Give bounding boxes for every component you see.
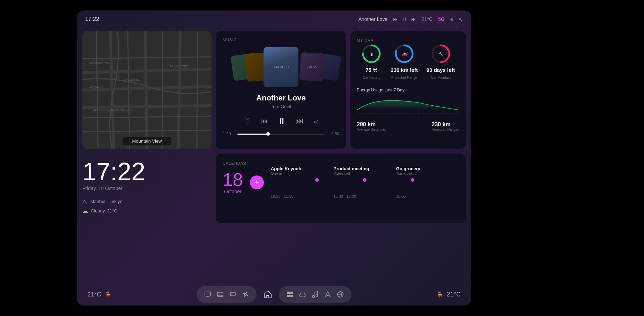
album-art-area: TOM ODELL PALEO	[223, 46, 339, 88]
globe-nav-icon[interactable]	[335, 289, 346, 300]
play-pause-button[interactable]: ⏸	[278, 116, 286, 126]
cal-times-row: 10.30 - 11.30 15.30 - 16.00 18.00	[271, 185, 459, 198]
content-area: Bayshore Fwy Googleplex CHARLESTON MEADO…	[77, 28, 471, 227]
svg-text:PALO VERDE: PALO VERDE	[170, 65, 190, 68]
weather-text: Cloudy, 21°C	[91, 208, 117, 213]
repeat-button[interactable]: ⇄	[313, 118, 318, 125]
music-nav-icon2[interactable]	[310, 289, 321, 300]
track-title: Another Love	[256, 93, 306, 103]
prev-track-button[interactable]: ⏮	[260, 116, 268, 126]
svg-text:Bayshore Fwy: Bayshore Fwy	[89, 61, 110, 65]
home-nav-button[interactable]	[259, 286, 276, 303]
total-time: 3:50	[328, 131, 339, 136]
nav-temp-left: 21°C	[87, 291, 101, 298]
next-button[interactable]: ⏭	[411, 16, 416, 22]
timeline-line-1	[271, 180, 315, 180]
next-track-button[interactable]: ⏭	[296, 116, 304, 126]
event-2-time-block: 15.30 - 16.00	[333, 185, 396, 198]
energy-title: Energy Usage Last 7 Days	[357, 88, 407, 92]
progress-fill	[237, 134, 268, 135]
timeline-dot-2	[363, 178, 367, 182]
range-value: 230 km left	[391, 67, 418, 73]
car-card: MY CAR 🔋 75 % Car Battery	[350, 31, 466, 149]
event-1-subtitle: Online	[271, 171, 333, 175]
screen1-nav-icon[interactable]	[202, 289, 213, 300]
event-2-time: 15.30 - 16.00	[333, 194, 396, 198]
svg-text:Googleplex: Googleplex	[124, 78, 140, 82]
track-artist: Tom Odell	[271, 104, 291, 109]
cal-events-row: Apple Keynote Online Product meeting Vid…	[271, 166, 459, 175]
battery-label: Car Battery	[363, 76, 380, 80]
favorite-button[interactable]: ♡	[244, 117, 251, 125]
svg-rect-48	[287, 292, 290, 294]
progress-dot	[266, 132, 270, 136]
timeline-row	[271, 178, 459, 182]
music-controls: ♡ ⏮ ⏸ ⏭ ⇄	[244, 116, 318, 126]
status-time: 17:22	[85, 16, 99, 22]
cal-date-block: 18 October	[223, 171, 243, 194]
range-stat: 🚗 230 km left Projected Range	[391, 43, 418, 80]
map-card: Bayshore Fwy Googleplex CHARLESTON MEADO…	[82, 31, 212, 149]
car-stats-row: 🔋 75 % Car Battery 🚗	[357, 43, 459, 80]
event-1-time-block: 10.30 - 11.30	[271, 185, 333, 198]
pause-button[interactable]: ⏸	[402, 16, 407, 22]
now-playing-title: Another Love	[358, 16, 387, 22]
battery-stat: 🔋 75 % Car Battery	[361, 43, 382, 80]
cal-events: Apple Keynote Online Product meeting Vid…	[271, 166, 459, 198]
svg-rect-43	[217, 292, 223, 296]
event-3-time: 18.00	[396, 194, 459, 198]
nav-right: 🪑 21°C	[436, 291, 461, 298]
svg-text:CHARLESTON MEADOWS: CHARLESTON MEADOWS	[93, 108, 132, 112]
cloud-icon: ☁	[82, 208, 88, 214]
navigate-nav-icon[interactable]	[322, 289, 333, 300]
event-2-title: Product meeting	[333, 166, 396, 171]
event-3-subtitle: Tomatoes...	[396, 171, 459, 175]
nav-group-left	[197, 286, 257, 303]
nav-left: 21°C 🪑	[87, 291, 112, 298]
avg-distance-label: Average Distances	[357, 128, 386, 131]
grid-nav-icon[interactable]	[284, 289, 296, 300]
bluetooth-icon: ⎈	[450, 16, 453, 22]
map-svg: Bayshore Fwy Googleplex CHARLESTON MEADO…	[82, 31, 212, 149]
screen2-nav-icon[interactable]	[215, 289, 226, 300]
svg-rect-49	[290, 292, 293, 294]
timeline-dot-1	[315, 178, 319, 182]
music-section-label: MUSIC	[223, 38, 237, 42]
battery-gauge: 🔋	[361, 43, 382, 64]
event-2-subtitle: Video call	[333, 171, 396, 175]
location-item: △ Istanbul, Turkiye	[82, 198, 212, 205]
progress-bar[interactable]	[237, 134, 325, 135]
progress-row: 1:20 3:50	[223, 131, 339, 136]
svg-point-53	[304, 296, 305, 297]
weather-info: △ Istanbul, Turkiye ☁ Cloudy, 21°C	[82, 198, 212, 214]
seat-icon[interactable]: 🪑	[105, 291, 112, 298]
clock-date: Friday, 18 October	[82, 186, 212, 191]
bottom-nav: 21°C 🪑	[77, 283, 471, 306]
maintain-value: 90 days left	[427, 67, 455, 73]
status-bar: 17:22 Another Love ⏮ ⏸ ⏭ 21°C 5G ⎈ ∿	[77, 10, 471, 28]
fan-nav-icon[interactable]	[240, 289, 251, 300]
event-1-title: Apple Keynote	[271, 166, 333, 171]
range-gauge: 🚗	[394, 43, 415, 64]
nav-group-right	[279, 286, 351, 303]
location-text: Istanbul, Turkiye	[89, 199, 123, 204]
event-3-title: Go grocery	[396, 166, 459, 171]
seat-right-icon[interactable]: 🪑	[436, 291, 443, 298]
nav-temp-right: 21°C	[447, 291, 461, 298]
svg-rect-40	[205, 292, 210, 296]
svg-text:🚗: 🚗	[401, 51, 408, 57]
clock-display: 17:22	[82, 159, 212, 184]
car-nav-icon[interactable]	[297, 289, 308, 300]
proj-range-label: Projected Ranges	[432, 128, 460, 131]
avg-distance-group: 200 km Average Distances	[357, 121, 386, 131]
prev-button[interactable]: ⏮	[393, 16, 398, 22]
mirror-nav-icon[interactable]	[227, 289, 238, 300]
timeline-line-3	[367, 180, 411, 180]
media-controls: ⏮ ⏸ ⏭	[393, 16, 416, 22]
music-card: MUSIC TOM ODELL PALEO Another Love Tom O…	[216, 31, 346, 149]
album-art-3: PALEO	[299, 52, 325, 82]
cal-add-button[interactable]: +	[250, 175, 264, 189]
proj-range-group: 230 km Projected Ranges	[432, 121, 460, 131]
event-1-time: 10.30 - 11.30	[271, 194, 333, 198]
maintain-gauge: 🔧	[430, 43, 451, 64]
